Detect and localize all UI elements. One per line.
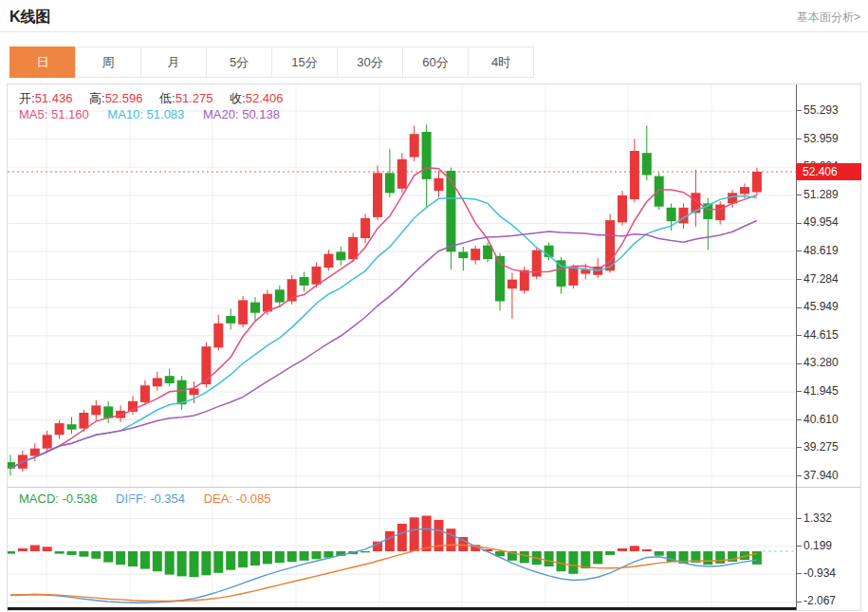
axis-tick-label: 45.949 [797, 300, 839, 313]
axis-tick-label: 43.280 [797, 356, 839, 369]
tab-5min[interactable]: 5分 [206, 46, 272, 78]
axis-tick-label: -0.934 [797, 566, 836, 580]
axis-tick-label: 39.275 [797, 440, 839, 454]
tab-4hour[interactable]: 4时 [468, 46, 534, 78]
axis-tick-label: 44.615 [797, 328, 839, 342]
fundamental-analysis-link[interactable]: 基本面分析> [797, 9, 860, 26]
page-title: K线图 [9, 8, 51, 28]
axis-tick-label: 51.289 [797, 188, 839, 201]
tab-day[interactable]: 日 [9, 46, 76, 78]
ma5-value: MA5: 51.160 [19, 107, 89, 121]
close-label: 收: [230, 91, 246, 105]
open-label: 开: [19, 91, 35, 105]
axis-tick-label: 37.940 [797, 469, 839, 482]
header-divider [0, 31, 868, 32]
ma10-value: MA10: 51.083 [107, 107, 184, 121]
axis-tick-label: 49.954 [797, 215, 839, 229]
axis-tick-label: 1.332 [797, 511, 832, 525]
ohlc-readout: 开:51.436 高:52.596 低:51.275 收:52.406 [19, 90, 296, 107]
open-value: 51.436 [35, 91, 73, 105]
tab-15min[interactable]: 15分 [271, 46, 338, 78]
axis-tick-label: 41.945 [797, 384, 839, 398]
axis-tick-label: 55.293 [797, 103, 839, 117]
axis-tick-label: 40.610 [797, 413, 839, 426]
axis-tick-label: 47.284 [797, 272, 839, 286]
period-tabbar: 日 周 月 5分 15分 30分 60分 4时 [9, 46, 534, 78]
high-label: 高: [89, 91, 105, 105]
macd-chart[interactable] [8, 488, 796, 611]
ma20-value: MA20: 50.138 [203, 107, 280, 121]
low-value: 51.275 [175, 91, 213, 105]
axis-tick-label: 53.959 [797, 132, 839, 145]
candlestick-chart[interactable] [8, 84, 796, 487]
chart-scroll-bar[interactable] [8, 607, 796, 610]
tab-30min[interactable]: 30分 [337, 46, 403, 78]
tab-60min[interactable]: 60分 [402, 46, 469, 78]
kline-page: K线图 基本面分析> 日 周 月 5分 15分 30分 60分 4时 开:51.… [0, 0, 868, 612]
axis-tick-label: 48.619 [797, 244, 839, 257]
low-label: 低: [159, 91, 175, 105]
chart-container: 开:51.436 高:52.596 低:51.275 收:52.406 MA5:… [7, 83, 861, 611]
close-value: 52.406 [246, 91, 284, 105]
tab-month[interactable]: 月 [140, 46, 207, 78]
high-value: 52.596 [105, 91, 143, 105]
ma-readout: MA5: 51.160 MA10: 51.083 MA20: 50.138 [19, 107, 280, 121]
tab-week[interactable]: 周 [75, 46, 141, 78]
current-price-marker: 52.406 [796, 163, 861, 180]
axis-tick-label: -2.067 [797, 594, 836, 607]
axis-tick-label: 0.199 [797, 539, 832, 552]
